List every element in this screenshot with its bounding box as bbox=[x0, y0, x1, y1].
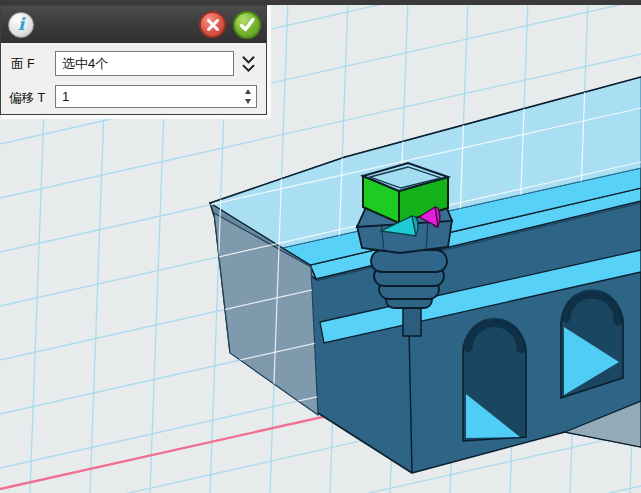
spin-up-button[interactable] bbox=[243, 87, 253, 95]
dialog-titlebar[interactable]: i bbox=[1, 6, 266, 43]
application-window: i 面 F 偏移 T bbox=[0, 0, 641, 493]
offset-field-label: 偏移 T bbox=[9, 90, 45, 107]
face-field-label: 面 F bbox=[11, 56, 35, 73]
info-glyph: i bbox=[18, 16, 24, 33]
cancel-button[interactable] bbox=[199, 11, 226, 38]
confirm-button[interactable] bbox=[233, 11, 261, 39]
dialog-body: 面 F 偏移 T bbox=[1, 43, 266, 114]
spin-down-button[interactable] bbox=[243, 98, 253, 106]
valve-ring-1[interactable] bbox=[371, 250, 447, 272]
triangle-down-icon bbox=[245, 99, 251, 104]
info-icon[interactable]: i bbox=[8, 12, 34, 38]
face-selection-input[interactable] bbox=[55, 51, 234, 76]
triangle-up-icon bbox=[245, 89, 251, 94]
offset-spinbox bbox=[55, 85, 257, 108]
x-mark-icon bbox=[205, 17, 221, 33]
arch-opening-left bbox=[463, 321, 526, 441]
offset-face-dialog: i 面 F 偏移 T bbox=[0, 5, 267, 115]
offset-value-input[interactable] bbox=[55, 85, 257, 108]
check-icon bbox=[238, 16, 256, 34]
spinner-buttons bbox=[241, 86, 255, 107]
double-chevron-down-icon[interactable] bbox=[240, 54, 257, 74]
